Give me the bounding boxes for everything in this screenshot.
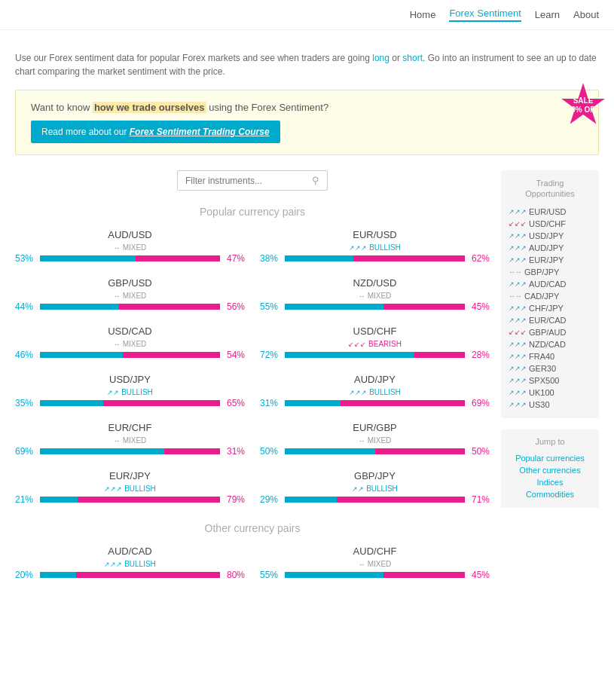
bar-blue [40, 352, 123, 358]
nav-forex-sentiment[interactable]: Forex Sentiment [449, 8, 521, 22]
sentiment-direction: ↗↗↗ Bullish [260, 243, 490, 252]
direction-icon: ↗↗↗ [349, 244, 367, 252]
nav-about[interactable]: About [573, 9, 599, 20]
jump-to-title: Jump to [509, 437, 591, 446]
pair-link[interactable]: EUR/GBP [353, 422, 397, 433]
pair-link[interactable]: AUD/USD [108, 229, 152, 240]
trading-opportunity-item[interactable]: ↙↙↙USD/CHF [509, 218, 591, 230]
pair-label: GBP/JPY [260, 470, 490, 481]
bar-wrap [285, 400, 465, 406]
sentiment-direction: ↔ Mixed [15, 340, 245, 348]
bar-pink [78, 497, 220, 503]
trading-opportunity-item[interactable]: ↗↗↗SPX500 [509, 374, 591, 387]
pair-link[interactable]: USD/CAD [108, 326, 152, 337]
pair-link[interactable]: GBP/JPY [354, 470, 396, 481]
bar-blue [40, 400, 103, 406]
right-pct: 80% [224, 570, 245, 580]
bar-pink [353, 255, 465, 261]
bar-blue [40, 448, 164, 454]
trading-opportunity-item[interactable]: ↗↗↗CHF/JPY [509, 302, 591, 314]
bar-row: 29% 71% [260, 494, 490, 505]
direction-icon: ↗↗↗ [104, 561, 122, 568]
trading-pair-name: FRA40 [529, 352, 554, 361]
trading-opportunity-item[interactable]: ↙↙↙GBP/AUD [509, 326, 591, 338]
bar-pink [337, 497, 465, 503]
left-pct: 50% [260, 446, 281, 457]
bar-blue [40, 255, 136, 261]
left-pct: 31% [260, 398, 281, 408]
pair-link[interactable]: AUD/JPY [354, 374, 396, 385]
jump-to-item[interactable]: Other currencies [509, 464, 591, 476]
trading-opportunity-item[interactable]: ↗↗↗GER30 [509, 362, 591, 374]
long-link[interactable]: long [372, 53, 389, 63]
pair-label: AUD/CHF [260, 546, 490, 557]
pair-label: EUR/USD [260, 229, 490, 240]
trading-pair-name: AUD/CAD [529, 280, 567, 289]
nav-learn[interactable]: Learn [535, 9, 560, 20]
trading-opportunity-item[interactable]: ↗↗↗EUR/CAD [509, 314, 591, 326]
bar-pink [341, 400, 465, 406]
trading-pair-name: GBP/JPY [524, 267, 559, 277]
direction-icon: ↔ [114, 292, 121, 300]
right-pct: 71% [469, 494, 490, 505]
trading-opportunity-item[interactable]: ↗↗↗FRA40 [509, 350, 591, 362]
short-link[interactable]: short [402, 53, 423, 63]
sentiment-item: GBP/JPY ↗↗ Bullish 29% 71% [260, 470, 490, 507]
jump-to-item[interactable]: Indices [509, 476, 591, 488]
pair-label: AUD/USD [15, 229, 245, 240]
trading-opportunity-item[interactable]: ↗↗↗US30 [509, 399, 591, 411]
promo-button[interactable]: Read more about our Forex Sentiment Trad… [31, 121, 280, 143]
bar-wrap [285, 352, 465, 358]
bar-blue [40, 497, 78, 503]
bar-blue [285, 400, 341, 406]
trading-pair-name: SPX500 [529, 376, 559, 385]
pair-link[interactable]: EUR/USD [353, 229, 397, 240]
trading-opportunity-item[interactable]: ↔↔CAD/JPY [509, 290, 591, 302]
nav-home[interactable]: Home [410, 9, 436, 20]
trading-pair-name: NZD/CAD [529, 340, 566, 349]
right-pct: 45% [469, 570, 490, 580]
bar-row: 72% 28% [260, 350, 490, 360]
trading-opportunity-item[interactable]: ↔↔GBP/JPY [509, 266, 591, 278]
pair-link[interactable]: AUD/CHF [353, 546, 397, 557]
trading-opportunity-item[interactable]: ↗↗↗EUR/JPY [509, 254, 591, 266]
pair-label: GBP/USD [15, 277, 245, 289]
bar-blue [285, 497, 337, 503]
filter-input[interactable] [185, 176, 312, 186]
jump-to-item[interactable]: Commodities [509, 488, 591, 500]
trading-opportunity-item[interactable]: ↗↗↗UK100 [509, 387, 591, 399]
direction-icon: ↔ [359, 561, 365, 568]
bar-pink [76, 572, 220, 578]
trading-arrow-icon: ↗↗↗ [509, 401, 527, 408]
left-pct: 46% [15, 350, 36, 360]
pair-link[interactable]: USD/JPY [109, 374, 151, 385]
sentiment-item: EUR/CHF ↔ Mixed 69% 31% [15, 422, 245, 459]
pair-link[interactable]: GBP/USD [108, 277, 152, 289]
trading-opportunity-item[interactable]: ↗↗↗AUD/JPY [509, 242, 591, 254]
pair-link[interactable]: EUR/JPY [109, 470, 151, 481]
sentiment-item: USD/CHF ↙↙↙ Bearish 72% 28% [260, 326, 490, 362]
bar-blue [285, 448, 375, 454]
bar-row: 69% 31% [15, 446, 245, 457]
pair-link[interactable]: NZD/USD [353, 277, 397, 289]
sentiment-direction: ↗↗↗ Bullish [15, 484, 245, 493]
trading-arrow-icon: ↗↗↗ [509, 256, 527, 264]
page-title-section: Use our Forex sentiment data for popular… [0, 30, 614, 78]
pair-link[interactable]: AUD/CAD [108, 546, 152, 557]
direction-label: Mixed [123, 243, 147, 252]
trading-opportunity-item[interactable]: ↗↗↗AUD/CAD [509, 278, 591, 290]
trading-opportunity-item[interactable]: ↗↗↗USD/JPY [509, 230, 591, 242]
left-pct: 38% [260, 253, 281, 264]
pair-link[interactable]: USD/CHF [353, 326, 397, 337]
direction-label: Bearish [368, 340, 402, 348]
trading-pair-name: USD/JPY [529, 231, 564, 240]
nav: Home Forex Sentiment Learn About [410, 8, 599, 22]
left-pct: 44% [15, 301, 36, 312]
sentiment-direction: ↔ Mixed [15, 292, 245, 300]
bar-row: 31% 69% [260, 398, 490, 408]
sentiment-item: GBP/USD ↔ Mixed 44% 56% [15, 277, 245, 314]
pair-link[interactable]: EUR/CHF [108, 422, 152, 433]
jump-to-item[interactable]: Popular currencies [509, 452, 591, 464]
trading-opportunity-item[interactable]: ↗↗↗EUR/USD [509, 206, 591, 218]
trading-opportunity-item[interactable]: ↗↗↗NZD/CAD [509, 338, 591, 350]
